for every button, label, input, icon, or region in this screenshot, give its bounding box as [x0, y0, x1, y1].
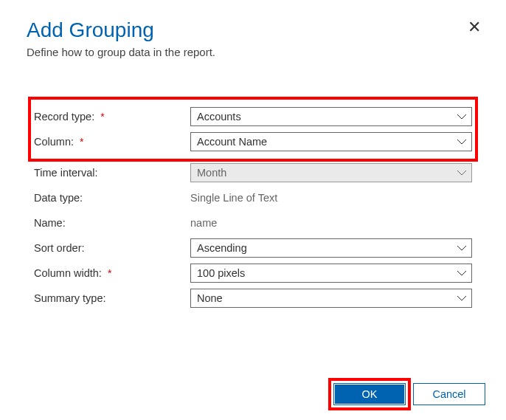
label-column-width: Column width:: [34, 267, 102, 279]
label-summary-type: Summary type:: [34, 292, 106, 304]
chevron-down-icon: [457, 114, 467, 120]
required-marker: *: [100, 111, 104, 123]
column-width-select[interactable]: 100 pixels: [190, 264, 472, 283]
close-icon: ✕: [468, 18, 481, 36]
required-marker: *: [108, 267, 111, 279]
column-select[interactable]: Account Name: [190, 132, 472, 151]
chevron-down-icon: [457, 170, 467, 176]
cancel-button[interactable]: Cancel: [413, 383, 485, 405]
close-button[interactable]: ✕: [468, 19, 481, 35]
column-value: Account Name: [197, 136, 267, 148]
label-time-interval: Time interval:: [34, 167, 97, 179]
chevron-down-icon: [457, 270, 467, 276]
label-column: Column:: [34, 136, 74, 148]
summary-type-select[interactable]: None: [190, 289, 472, 308]
ok-button[interactable]: OK: [333, 383, 406, 405]
row-data-type: Data type: Single Line of Text: [34, 185, 472, 210]
time-interval-select: Month: [190, 163, 472, 182]
sort-order-value: Ascending: [197, 242, 247, 254]
label-record-type: Record type:: [34, 111, 94, 123]
time-interval-value: Month: [197, 167, 226, 179]
record-type-value: Accounts: [197, 111, 241, 123]
label-name: Name:: [34, 217, 66, 229]
data-type-value: Single Line of Text: [190, 192, 277, 204]
dialog-header: Add Grouping Define how to group data in…: [27, 18, 479, 58]
dialog-footer: OK Cancel: [333, 383, 485, 405]
row-record-type: Record type: * Accounts: [34, 104, 472, 129]
summary-type-value: None: [197, 292, 223, 304]
cancel-label: Cancel: [432, 388, 465, 400]
row-column: Column: * Account Name: [34, 129, 472, 154]
chevron-down-icon: [457, 245, 467, 251]
record-type-select[interactable]: Accounts: [190, 107, 472, 126]
highlight-records-columns: Record type: * Accounts Column: * Accoun…: [34, 103, 472, 156]
row-sort-order: Sort order: Ascending: [34, 235, 472, 261]
form: Record type: * Accounts Column: * Accoun…: [27, 103, 479, 311]
row-column-width: Column width: * 100 pixels: [34, 261, 472, 286]
row-name: Name: name: [34, 210, 472, 235]
sort-order-select[interactable]: Ascending: [190, 238, 472, 258]
row-time-interval: Time interval: Month: [34, 160, 472, 185]
ok-label: OK: [362, 388, 378, 400]
row-summary-type: Summary type: None: [34, 286, 472, 311]
required-marker: *: [80, 136, 83, 148]
label-sort-order: Sort order:: [34, 242, 85, 254]
column-width-value: 100 pixels: [197, 267, 245, 279]
dialog-subtitle: Define how to group data in the report.: [27, 46, 479, 58]
dialog-title: Add Grouping: [27, 18, 479, 43]
chevron-down-icon: [457, 139, 467, 145]
chevron-down-icon: [457, 295, 467, 301]
name-value: name: [190, 217, 217, 229]
label-data-type: Data type:: [34, 192, 83, 204]
